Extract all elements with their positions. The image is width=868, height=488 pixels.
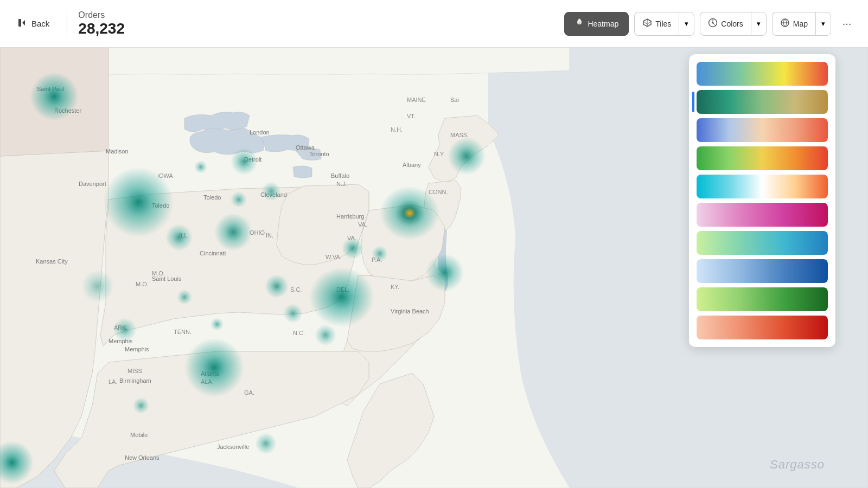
svg-text:Saint Louis: Saint Louis: [152, 275, 182, 282]
colors-label: Colors: [721, 20, 743, 28]
svg-point-72: [255, 433, 277, 454]
color-swatch-9[interactable]: [697, 316, 828, 339]
svg-text:MISS.: MISS.: [127, 368, 144, 374]
orders-count: 28,232: [78, 20, 125, 37]
tiles-dropdown-button[interactable]: ▾: [679, 12, 694, 36]
heatmap-label: Heatmap: [588, 20, 618, 28]
colors-panel: [689, 54, 835, 347]
svg-point-1: [712, 22, 714, 24]
svg-text:Memphis: Memphis: [125, 346, 149, 352]
colors-dropdown-button[interactable]: ▾: [751, 12, 767, 36]
svg-point-73: [261, 182, 281, 201]
svg-text:S.C.: S.C.: [290, 286, 302, 293]
svg-point-61: [380, 186, 439, 240]
svg-point-78: [231, 191, 247, 208]
colors-icon: [708, 18, 718, 29]
color-swatch-5[interactable]: [697, 203, 828, 227]
header: Back Orders 28,232 Heatmap: [0, 0, 868, 48]
colors-chevron-icon: ▾: [757, 20, 761, 28]
svg-point-80: [342, 237, 363, 259]
more-options-button[interactable]: ···: [837, 14, 857, 34]
color-swatch-1[interactable]: [697, 90, 828, 114]
map-label: Map: [793, 20, 808, 28]
svg-point-70: [315, 324, 336, 346]
svg-text:KY.: KY.: [391, 284, 399, 290]
svg-point-67: [113, 318, 137, 342]
color-swatch-3[interactable]: [697, 146, 828, 170]
tiles-chevron-icon: ▾: [685, 20, 688, 28]
svg-text:CONN.: CONN.: [429, 189, 448, 195]
colors-split-button: Colors ▾: [700, 12, 766, 36]
sargasso-label: Sargasso: [770, 458, 825, 472]
svg-point-64: [426, 254, 464, 292]
svg-text:Albany: Albany: [403, 162, 421, 168]
svg-text:N.J.: N.J.: [336, 181, 347, 187]
svg-point-58: [103, 167, 174, 237]
svg-text:VA.: VA.: [358, 221, 367, 228]
map-dropdown-button[interactable]: ▾: [815, 12, 831, 36]
svg-point-68: [265, 274, 289, 298]
svg-point-69: [283, 304, 303, 323]
map-chevron-icon: ▾: [821, 20, 825, 28]
map-split-button: Map ▾: [772, 12, 831, 36]
color-swatch-7[interactable]: [697, 259, 828, 283]
svg-text:Birmingham: Birmingham: [119, 377, 151, 384]
svg-text:New Orleans: New Orleans: [125, 454, 159, 461]
color-swatch-0[interactable]: [697, 62, 828, 86]
map-main-button[interactable]: Map: [772, 12, 815, 36]
svg-text:Madison: Madison: [106, 148, 129, 155]
svg-text:Harrisburg: Harrisburg: [336, 213, 364, 220]
svg-text:GA.: GA.: [244, 389, 254, 396]
heatmap-button[interactable]: Heatmap: [564, 12, 629, 36]
svg-point-66: [165, 224, 193, 251]
svg-point-63: [309, 267, 374, 327]
svg-text:MAINE: MAINE: [407, 97, 426, 103]
svg-point-59: [214, 213, 252, 251]
svg-text:N.C.: N.C.: [293, 330, 305, 336]
color-swatch-4[interactable]: [697, 175, 828, 198]
color-swatch-8[interactable]: [697, 287, 828, 311]
svg-point-74: [177, 290, 192, 305]
back-button[interactable]: Back: [11, 13, 56, 35]
orders-section: Orders 28,232: [78, 10, 125, 37]
svg-text:Kansas City: Kansas City: [36, 258, 68, 265]
tiles-label: Tiles: [655, 20, 671, 28]
svg-point-62: [184, 338, 244, 397]
svg-text:M.O.: M.O.: [136, 281, 149, 287]
svg-point-76: [81, 270, 114, 303]
svg-text:Buffalo: Buffalo: [331, 172, 349, 179]
tiles-main-button[interactable]: Tiles: [634, 12, 679, 36]
svg-text:London: London: [250, 129, 270, 136]
svg-text:N.H.: N.H.: [391, 126, 403, 133]
svg-point-77: [133, 397, 149, 414]
svg-point-57: [30, 72, 79, 121]
svg-point-79: [194, 160, 207, 174]
more-icon: ···: [843, 17, 852, 30]
map-icon: [780, 18, 790, 29]
svg-text:Ottawa: Ottawa: [296, 144, 315, 151]
svg-text:Toledo: Toledo: [203, 194, 221, 201]
heatmap-icon: [575, 18, 584, 29]
svg-text:LA.: LA.: [108, 378, 118, 385]
svg-point-65: [448, 137, 486, 175]
svg-point-81: [372, 246, 388, 262]
color-swatch-2[interactable]: [697, 118, 828, 142]
header-divider: [67, 10, 67, 37]
orders-label: Orders: [78, 10, 125, 20]
svg-text:Sai: Sai: [450, 97, 459, 103]
svg-rect-0: [18, 19, 21, 27]
svg-text:W.VA.: W.VA.: [326, 254, 342, 260]
colors-main-button[interactable]: Colors: [700, 12, 750, 36]
tiles-split-button: Tiles ▾: [634, 12, 694, 36]
svg-text:Cincinnati: Cincinnati: [200, 250, 226, 256]
svg-point-60: [231, 148, 258, 175]
svg-text:Mobile: Mobile: [130, 432, 148, 438]
back-label: Back: [31, 19, 49, 28]
tiles-icon: [642, 18, 652, 29]
svg-text:Jacksonville: Jacksonville: [217, 444, 249, 450]
svg-text:N.Y.: N.Y.: [434, 151, 445, 157]
svg-point-75: [210, 318, 224, 331]
color-swatch-6[interactable]: [697, 231, 828, 255]
toolbar: Heatmap Tiles ▾: [564, 12, 857, 36]
back-icon: [17, 17, 28, 30]
